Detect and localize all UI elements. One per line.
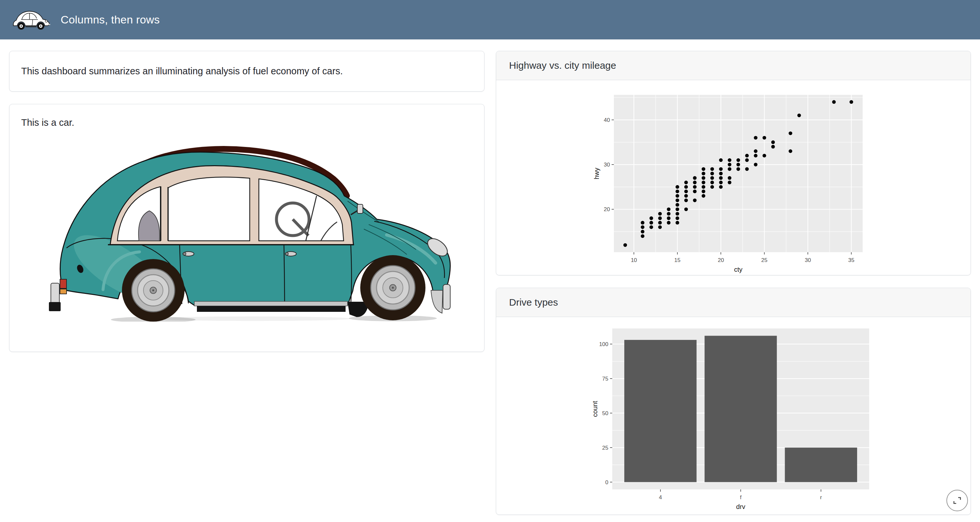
svg-text:50: 50: [602, 410, 608, 416]
svg-text:35: 35: [848, 257, 854, 263]
svg-text:r: r: [820, 494, 822, 500]
left-column: This dashboard summarizes an illuminatin…: [9, 51, 484, 522]
drive-card: Drive types 4fr0255075100drvcount: [496, 288, 971, 515]
svg-text:15: 15: [674, 257, 680, 263]
mileage-card: Highway vs. city mileage 101520253035203…: [496, 51, 971, 275]
drive-card-header: Drive types: [496, 288, 971, 317]
summary-card: This dashboard summarizes an illuminatin…: [9, 51, 484, 92]
mileage-card-title: Highway vs. city mileage: [509, 60, 616, 71]
mileage-card-body: 101520253035203040ctyhwy: [496, 80, 971, 275]
summary-text: This dashboard summarizes an illuminatin…: [21, 66, 343, 76]
navbar-title: Columns, then rows: [60, 13, 160, 26]
svg-text:25: 25: [602, 445, 608, 451]
main-content: This dashboard summarizes an illuminatin…: [9, 51, 971, 522]
svg-text:20: 20: [604, 206, 610, 213]
rear-wheel: [122, 259, 185, 322]
expand-icon: [952, 496, 962, 505]
svg-text:10: 10: [630, 257, 637, 263]
right-column: Highway vs. city mileage 101520253035203…: [496, 51, 971, 522]
expand-button[interactable]: [947, 490, 968, 511]
svg-text:0: 0: [605, 479, 608, 486]
car-card: This is a car.: [9, 104, 484, 352]
svg-text:f: f: [740, 494, 741, 500]
svg-text:hwy: hwy: [593, 168, 600, 179]
front-wheel: [360, 255, 425, 320]
navbar: Columns, then rows: [0, 0, 980, 40]
door-handle: [183, 252, 194, 256]
svg-text:count: count: [592, 401, 598, 417]
svg-text:20: 20: [718, 257, 724, 263]
beetle-car-icon: [13, 10, 51, 30]
svg-text:drv: drv: [736, 503, 745, 510]
bar-chart: 4fr0255075100drvcount: [496, 317, 970, 514]
svg-text:40: 40: [604, 117, 610, 123]
svg-text:cty: cty: [734, 266, 742, 273]
svg-text:4: 4: [659, 494, 662, 500]
svg-text:100: 100: [599, 341, 608, 347]
car-card-text: This is a car.: [21, 117, 473, 128]
svg-text:30: 30: [805, 257, 811, 263]
svg-text:30: 30: [604, 162, 610, 168]
svg-text:25: 25: [761, 257, 767, 263]
car-2cv-illustration: [41, 137, 452, 322]
drive-card-body: 4fr0255075100drvcount: [496, 317, 971, 514]
dashboard-page: Columns, then rows This dashboard summar…: [0, 0, 980, 522]
car-image-wrap: [21, 137, 473, 322]
mileage-card-header: Highway vs. city mileage: [496, 51, 971, 80]
svg-text:75: 75: [602, 376, 608, 382]
scatter-chart: 101520253035203040ctyhwy: [496, 80, 970, 275]
drive-card-title: Drive types: [509, 297, 558, 308]
door-handle: [285, 252, 296, 256]
